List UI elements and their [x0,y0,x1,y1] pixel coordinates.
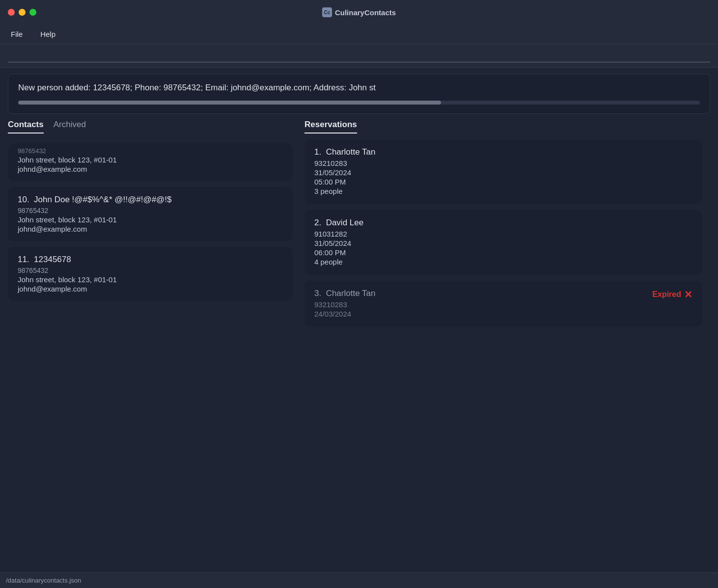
reservation-date-1: 31/05/2024 [314,168,692,177]
reservation-name-1: 1. Charlotte Tan [314,147,692,157]
status-path: /data/culinarycontacts.json [6,577,81,584]
minimize-button[interactable] [19,9,26,16]
list-item[interactable]: 11. 12345678 98765432 John street, block… [8,247,293,301]
app-title: Cc CulinaryContacts [322,7,396,17]
menu-help[interactable]: Help [37,28,58,40]
left-panel: Contacts Archived 98765432 John street, … [8,120,293,572]
tab-contacts[interactable]: Contacts [8,120,44,134]
expired-label: Expired [652,290,681,299]
expired-badge: Expired ✕ [652,289,692,300]
title-bar: Cc CulinaryContacts [0,0,718,25]
list-item[interactable]: 98765432 John street, block 123, #01-01 … [8,143,293,181]
contact-phone-11: 98765432 [18,267,283,274]
menu-file[interactable]: File [8,28,26,40]
reservation-time-1: 05:00 PM [314,178,692,186]
reservation-phone-3: 93210283 [314,300,692,309]
contact-phone-10: 98765432 [18,207,283,214]
search-input[interactable] [8,49,710,62]
reservation-people-1: 3 people [314,187,692,195]
contact-email-partial: johnd@example.com [18,165,283,173]
contact-name-11: 11. 12345678 [18,255,283,265]
list-item[interactable]: 2. David Lee 91031282 31/05/2024 06:00 P… [304,210,702,275]
reservation-name-3: 3. Charlotte Tan [314,289,692,298]
close-button[interactable] [8,9,15,16]
contacts-list: 98765432 John street, block 123, #01-01 … [8,143,293,487]
reservation-name-2: 2. David Lee [314,218,692,228]
notification-text: New person added: 12345678; Phone: 98765… [18,83,700,93]
app-name: CulinaryContacts [335,8,396,17]
contact-address-11: John street, block 123, #01-01 [18,275,283,284]
contact-name-10: 10. John Doe !@#$%^&* @!!@#!@#@!$ [18,195,283,205]
menu-bar: File Help [0,25,718,44]
traffic-lights [8,9,36,16]
expired-icon: ✕ [684,289,692,300]
tab-reservations[interactable]: Reservations [304,120,357,134]
reservation-date-2: 31/05/2024 [314,239,692,247]
reservation-people-2: 4 people [314,258,692,266]
list-item[interactable]: 10. John Doe !@#$%^&* @!!@#!@#@!$ 987654… [8,187,293,241]
status-bar: /data/culinarycontacts.json [0,572,718,588]
contact-phone-partial: 98765432 [18,147,283,155]
contact-email-10: johnd@example.com [18,225,283,233]
main-content: Contacts Archived 98765432 John street, … [0,120,718,572]
right-panel: Reservations 1. Charlotte Tan 93210283 3… [293,120,710,572]
contact-address-partial: John street, block 123, #01-01 [18,156,283,164]
reservation-time-2: 06:00 PM [314,248,692,257]
contact-email-11: johnd@example.com [18,285,283,293]
tab-archived[interactable]: Archived [54,120,86,134]
reservation-date-3: 24/03/2024 [314,310,692,318]
progress-bar-fill [18,101,441,105]
list-item[interactable]: 3. Charlotte Tan 93210283 24/03/2024 Exp… [304,281,702,327]
reservation-phone-2: 91031282 [314,230,692,238]
maximize-button[interactable] [29,9,36,16]
app-icon: Cc [322,7,332,17]
left-tabs: Contacts Archived [8,120,293,137]
list-item[interactable]: 1. Charlotte Tan 93210283 31/05/2024 05:… [304,139,702,204]
reservations-list: 1. Charlotte Tan 93210283 31/05/2024 05:… [304,139,710,572]
progress-bar-container [18,101,700,105]
search-area [0,44,718,68]
notification-bar: New person added: 12345678; Phone: 98765… [8,74,710,114]
contact-address-10: John street, block 123, #01-01 [18,215,283,224]
reservation-phone-1: 93210283 [314,159,692,167]
